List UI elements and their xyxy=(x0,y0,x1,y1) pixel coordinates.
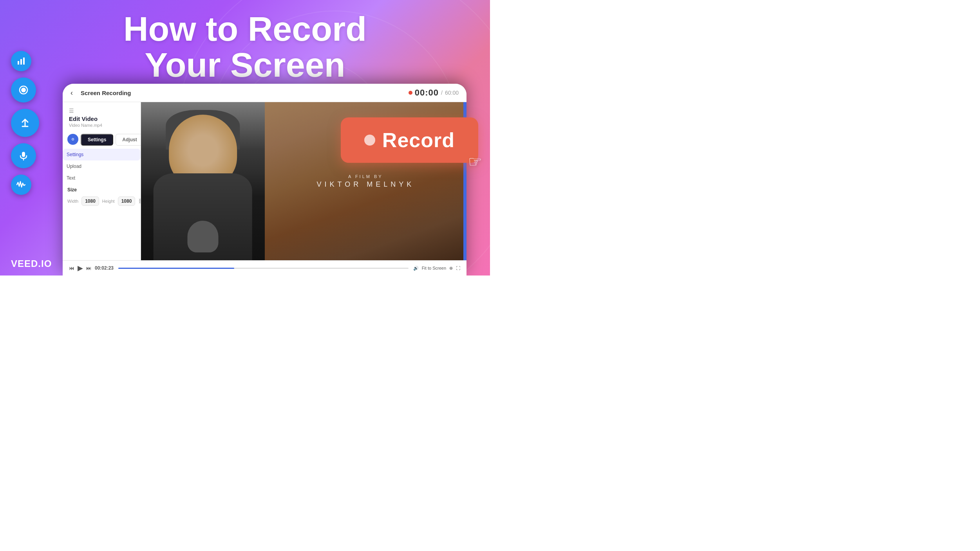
sidebar-filename: Video Name.mp4 xyxy=(69,123,134,128)
timeline-right-controls: 🔊 Fit to Screen ⊕ ⛶ xyxy=(413,266,460,271)
tab-adjust[interactable]: Adjust xyxy=(116,134,143,146)
record-button[interactable]: Record xyxy=(341,117,478,163)
skip-back-button[interactable]: ⏮ xyxy=(69,265,74,271)
timeline-bar: ⏮ ▶ ⏭ 00:02:23 🔊 Fit to Screen ⊕ ⛶ xyxy=(63,260,466,276)
record-button-label: Record xyxy=(382,128,455,152)
size-row: Width 1080 Height 1080 ⛓ xyxy=(63,194,141,208)
size-section-label: Size xyxy=(63,184,141,194)
webcam-view xyxy=(141,102,265,260)
upload-icon[interactable] xyxy=(11,109,39,137)
sidebar-menu-icon[interactable]: ☰ xyxy=(69,108,134,114)
recording-indicator: 00:00 / 60:00 xyxy=(409,88,459,98)
nav-settings-label: Settings xyxy=(67,152,83,157)
skip-forward-button[interactable]: ⏭ xyxy=(86,265,92,271)
brand-logo: VEED.IO xyxy=(11,258,52,269)
svg-rect-2 xyxy=(23,58,25,65)
microphone-icon[interactable] xyxy=(11,143,36,168)
record-button-dot xyxy=(364,135,375,146)
sidebar-title: Edit Video xyxy=(69,115,134,122)
svg-rect-0 xyxy=(18,61,19,65)
film-title: VIKTOR MELNYK xyxy=(317,180,415,189)
zoom-icon[interactable]: ⊕ xyxy=(449,266,453,271)
fit-screen-label[interactable]: Fit to Screen xyxy=(422,266,446,270)
screen-content: ‹ Screen Recording 00:00 / 60:00 ☰ xyxy=(63,84,466,276)
timer-total: 60:00 xyxy=(445,90,459,96)
progress-fill xyxy=(118,268,234,269)
svg-point-4 xyxy=(21,88,26,92)
progress-bar[interactable] xyxy=(118,268,409,269)
timer-current: 00:00 xyxy=(415,88,439,98)
record-button-container: Record ☞ xyxy=(341,117,478,163)
film-subtitle: A FILM BY xyxy=(348,174,383,179)
fullscreen-icon[interactable]: ⛶ xyxy=(456,266,460,270)
sidebar-tabs: ⚙ Settings Adjust xyxy=(63,131,141,149)
device-frame: ‹ Screen Recording 00:00 / 60:00 ☰ xyxy=(63,84,466,276)
title-line2: Your Screen xyxy=(145,45,345,84)
tab-settings[interactable]: Settings xyxy=(81,134,113,146)
analytics-icon[interactable] xyxy=(11,51,31,71)
height-label: Height xyxy=(102,199,115,203)
play-button[interactable]: ▶ xyxy=(78,264,83,272)
recording-dot xyxy=(409,91,412,95)
nav-upload-label: Upload xyxy=(67,164,81,169)
svg-rect-6 xyxy=(22,152,25,157)
svg-rect-1 xyxy=(20,59,22,65)
settings-dot-icon: ⚙ xyxy=(67,134,78,145)
side-icons-container xyxy=(11,51,39,195)
nav-text-label: Text xyxy=(67,175,75,181)
editor-sidebar: ☰ Edit Video Video Name.mp4 ⚙ Settings A… xyxy=(63,102,141,260)
playback-time: 00:02:23 xyxy=(95,265,114,271)
sidebar-header: ☰ Edit Video Video Name.mp4 xyxy=(63,102,141,131)
nav-text[interactable]: Text xyxy=(63,172,141,184)
timer-separator: / xyxy=(441,90,443,96)
record-circle-icon[interactable] xyxy=(11,77,36,103)
back-button[interactable]: ‹ xyxy=(71,89,73,97)
timeline-controls: ⏮ ▶ ⏭ 00:02:23 xyxy=(69,264,114,272)
waveform-icon[interactable] xyxy=(11,175,31,195)
nav-upload[interactable]: Upload xyxy=(63,160,141,172)
volume-icon[interactable]: 🔊 xyxy=(413,266,419,271)
main-title: How to Record Your Screen xyxy=(0,11,490,83)
cursor-icon: ☞ xyxy=(468,153,482,171)
width-label: Width xyxy=(67,199,78,203)
title-line1: How to Record xyxy=(123,9,367,48)
width-input[interactable]: 1080 xyxy=(81,196,99,206)
main-background: How to Record Your Screen xyxy=(0,0,490,276)
height-input[interactable]: 1080 xyxy=(118,196,136,206)
nav-settings[interactable]: Settings xyxy=(63,149,141,160)
screen-topbar: ‹ Screen Recording 00:00 / 60:00 xyxy=(63,84,466,102)
screen-title: Screen Recording xyxy=(81,90,131,96)
microphone-prop xyxy=(187,221,218,252)
